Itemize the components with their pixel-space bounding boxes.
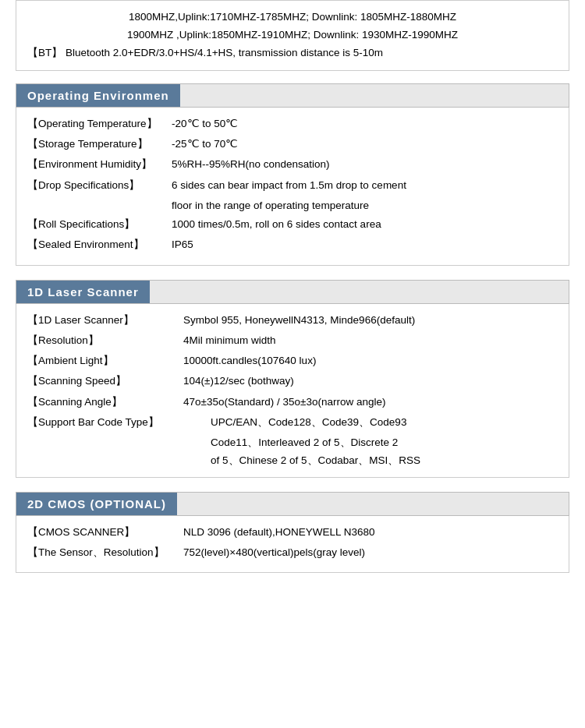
bt-row: 【BT】 Bluetooth 2.0+EDR/3.0+HS/4.1+HS, tr… — [27, 44, 558, 62]
spec-row-sensor-res: 【The Sensor、Resolution】 752(level)×480(v… — [27, 544, 558, 561]
laser-scanner-content: 【1D Laser Scanner】 Symbol 955, Honeywell… — [16, 304, 569, 478]
spec-row-scanning-angle: 【Scanning Angle】 47o±35o(Standard) / 35o… — [27, 394, 558, 411]
spec-row-resolution: 【Resolution】 4Mil minimum width — [27, 332, 558, 349]
spec-row-barcode-type: 【Support Bar Code Type】 UPC/EAN、Code128、… — [27, 414, 558, 431]
spec-label-cmos-scanner: 【CMOS SCANNER】 — [27, 524, 183, 541]
spec-row-humidity: 【Environment Humidity】 5%RH--95%RH(no co… — [27, 156, 558, 173]
operating-env-section: Operating Environmen 【Operating Temperat… — [16, 83, 569, 266]
cmos-section: 2D CMOS (OPTIONAL) 【CMOS SCANNER】 NLD 30… — [16, 492, 569, 574]
laser-scanner-section: 1D Laser Scanner 【1D Laser Scanner】 Symb… — [16, 280, 569, 478]
spec-label-drop: 【Drop Specifications】 — [27, 177, 172, 194]
spec-value-drop: 6 sides can bear impact from 1.5m drop t… — [172, 177, 558, 194]
spec-label-1d-laser: 【1D Laser Scanner】 — [27, 312, 183, 329]
freq-line1: 1800MHZ,Uplink:1710MHZ-1785MHZ; Downlink… — [27, 9, 558, 27]
spec-row-cmos-scanner: 【CMOS SCANNER】 NLD 3096 (default),HONEYW… — [27, 524, 558, 541]
operating-env-content: 【Operating Temperature】 -20℃ to 50℃ 【Sto… — [16, 108, 569, 266]
spec-label-storage-temp: 【Storage Temperature】 — [27, 136, 172, 153]
spec-row-roll: 【Roll Specifications】 1000 times/0.5m, r… — [27, 216, 558, 233]
spec-value-scanning-speed: 104(±)12/sec (bothway) — [183, 373, 558, 390]
spec-label-sealed: 【Sealed Environment】 — [27, 236, 172, 253]
bt-label: 【BT】 — [27, 47, 62, 58]
spec-label-barcode-type: 【Support Bar Code Type】 — [27, 414, 211, 431]
bt-value: Bluetooth 2.0+EDR/3.0+HS/4.1+HS, transmi… — [66, 47, 383, 58]
spec-label-scanning-angle: 【Scanning Angle】 — [27, 394, 183, 411]
spec-value-sealed: IP65 — [172, 236, 558, 253]
top-section: 1800MHZ,Uplink:1710MHZ-1785MHZ; Downlink… — [16, 0, 569, 71]
spec-value-resolution: 4Mil minimum width — [183, 332, 558, 349]
spec-value-storage-temp: -25℃ to 70℃ — [172, 136, 558, 153]
operating-env-header-wrap: Operating Environmen — [16, 83, 569, 108]
spec-label-scanning-speed: 【Scanning Speed】 — [27, 373, 183, 390]
spec-value-scanning-angle: 47o±35o(Standard) / 35o±3o(narrow angle) — [183, 394, 558, 411]
spec-value-1d-laser: Symbol 955, HoneywellN4313, Minde966(def… — [183, 312, 558, 329]
spec-label-operating-temp: 【Operating Temperature】 — [27, 115, 172, 133]
spec-row-scanning-speed: 【Scanning Speed】 104(±)12/sec (bothway) — [27, 373, 558, 390]
spec-value-operating-temp: -20℃ to 50℃ — [172, 115, 558, 133]
spec-row-drop: 【Drop Specifications】 6 sides can bear i… — [27, 177, 558, 194]
operating-env-header: Operating Environmen — [16, 84, 180, 107]
spec-value-drop-extra: floor in the range of operating temperat… — [172, 197, 558, 214]
spec-value-sensor-res: 752(level)×480(vertical)pels(gray level) — [183, 544, 558, 561]
freq-line2: 1900MHZ ,Uplink:1850MHZ-1910MHZ; Downlin… — [27, 27, 558, 44]
spec-value-ambient-light: 10000ft.candles(107640 lux) — [183, 352, 558, 369]
laser-scanner-header-wrap: 1D Laser Scanner — [16, 280, 569, 304]
spec-row-sealed: 【Sealed Environment】 IP65 — [27, 236, 558, 253]
cmos-content: 【CMOS SCANNER】 NLD 3096 (default),HONEYW… — [16, 516, 569, 574]
spec-row-storage-temp: 【Storage Temperature】 -25℃ to 70℃ — [27, 136, 558, 153]
page-wrapper: 1800MHZ,Uplink:1710MHZ-1785MHZ; Downlink… — [0, 0, 585, 728]
spec-row-ambient-light: 【Ambient Light】 10000ft.candles(107640 l… — [27, 352, 558, 369]
cmos-header-wrap: 2D CMOS (OPTIONAL) — [16, 492, 569, 516]
spec-label-humidity: 【Environment Humidity】 — [27, 156, 172, 173]
spec-row-1d-laser: 【1D Laser Scanner】 Symbol 955, Honeywell… — [27, 312, 558, 329]
cmos-header: 2D CMOS (OPTIONAL) — [16, 493, 177, 515]
spec-value-roll: 1000 times/0.5m, roll on 6 sides contact… — [172, 216, 558, 233]
spec-row-operating-temp: 【Operating Temperature】 -20℃ to 50℃ — [27, 115, 558, 133]
spec-value-barcode-type: UPC/EAN、Code128、Code39、Code93 — [211, 414, 558, 431]
spec-value-humidity: 5%RH--95%RH(no condensation) — [172, 156, 558, 173]
spec-value-barcode-extra1: Code11、Interleaved 2 of 5、Discrete 2 — [211, 434, 558, 451]
spec-value-barcode-extra2: of 5、Chinese 2 of 5、Codabar、MSI、RSS — [211, 452, 558, 469]
spec-value-cmos-scanner: NLD 3096 (default),HONEYWELL N3680 — [183, 524, 558, 541]
spec-label-sensor-res: 【The Sensor、Resolution】 — [27, 544, 183, 561]
laser-scanner-header: 1D Laser Scanner — [16, 281, 150, 303]
spec-label-resolution: 【Resolution】 — [27, 332, 183, 349]
spec-label-roll: 【Roll Specifications】 — [27, 216, 172, 233]
spec-label-ambient-light: 【Ambient Light】 — [27, 352, 183, 369]
